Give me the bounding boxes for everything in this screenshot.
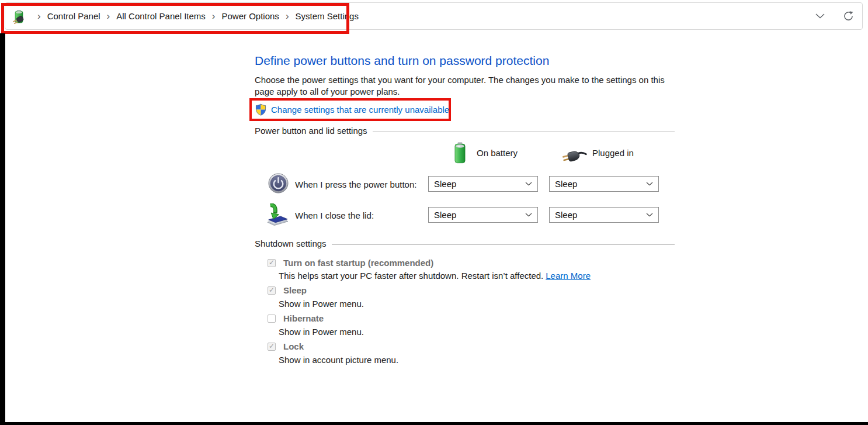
plug-icon — [561, 146, 588, 167]
dropdown-value: Sleep — [555, 210, 577, 220]
refresh-icon[interactable] — [842, 11, 854, 22]
section-power-button-lid: Power button and lid settings — [255, 126, 675, 136]
section-rule — [332, 244, 675, 245]
option-label: Lock — [283, 341, 304, 351]
section-heading: Shutdown settings — [255, 239, 327, 248]
section-heading: Power button and lid settings — [255, 126, 367, 136]
option-label: Sleep — [283, 285, 307, 295]
breadcrumb-item-all-control-panel-items[interactable]: All Control Panel Items — [116, 11, 206, 21]
checkbox-sleep[interactable]: ✓ — [268, 286, 276, 295]
chevron-down-icon — [525, 213, 532, 217]
intro-text-line2: page apply to all of your power plans. — [255, 87, 400, 96]
battery-icon — [454, 142, 466, 166]
change-settings-row: Change settings that are currently unava… — [255, 103, 449, 116]
breadcrumb-separator: › — [206, 11, 222, 21]
option-hibernate: Hibernate — [268, 313, 324, 323]
option-fast-startup: ✓ Turn on fast startup (recommended) — [268, 258, 433, 268]
dropdown-value: Sleep — [434, 210, 456, 220]
option-description: Show in Power menu. — [279, 299, 364, 309]
option-label: Hibernate — [283, 313, 324, 323]
option-lock: ✓ Lock — [268, 341, 304, 351]
dropdown-power-button-on-battery[interactable]: Sleep — [428, 176, 538, 192]
row-label-close-lid: When I close the lid: — [295, 210, 374, 220]
breadcrumb-separator: › — [100, 11, 117, 21]
screen-edge-bottom — [0, 422, 868, 425]
row-label-power-button: When I press the power button: — [295, 179, 416, 189]
dropdown-close-lid-plugged-in[interactable]: Sleep — [549, 207, 659, 223]
column-header-on-battery: On battery — [477, 148, 518, 158]
intro-text-line1: Choose the power settings that you want … — [255, 75, 665, 85]
breadcrumb-separator: › — [31, 11, 47, 21]
breadcrumb: › Control Panel › All Control Panel Item… — [5, 9, 359, 24]
learn-more-link[interactable]: Learn More — [546, 271, 591, 281]
option-sleep: ✓ Sleep — [268, 285, 307, 295]
breadcrumb-item-power-options[interactable]: Power Options — [221, 11, 279, 21]
dropdown-power-button-plugged-in[interactable]: Sleep — [549, 176, 659, 192]
screen-edge-left — [0, 33, 5, 425]
checkbox-lock[interactable]: ✓ — [268, 343, 276, 351]
breadcrumb-item-control-panel[interactable]: Control Panel — [47, 11, 100, 21]
power-options-icon — [12, 9, 27, 24]
chevron-down-icon[interactable] — [814, 11, 826, 22]
breadcrumb-separator: › — [279, 11, 296, 21]
dropdown-value: Sleep — [555, 179, 577, 189]
change-settings-link[interactable]: Change settings that are currently unava… — [271, 105, 449, 115]
checkbox-hibernate[interactable] — [268, 315, 276, 323]
section-shutdown-settings: Shutdown settings — [255, 239, 675, 248]
section-rule — [373, 132, 675, 132]
checkbox-fast-startup[interactable]: ✓ — [268, 259, 276, 267]
page-title: Define power buttons and turn on passwor… — [255, 54, 549, 68]
option-description: Show in Power menu. — [279, 327, 364, 337]
option-description: Show in account picture menu. — [279, 355, 398, 365]
address-bar: › Control Panel › All Control Panel Item… — [5, 2, 863, 30]
chevron-down-icon — [525, 182, 532, 186]
option-description: This helps start your PC faster after sh… — [279, 271, 591, 281]
breadcrumb-item-system-settings[interactable]: System Settings — [296, 11, 359, 21]
dropdown-close-lid-on-battery[interactable]: Sleep — [428, 207, 538, 223]
column-header-plugged-in: Plugged in — [592, 148, 634, 158]
lid-close-icon — [263, 203, 290, 230]
chevron-down-icon — [646, 182, 653, 186]
system-settings-window: › Control Panel › All Control Panel Item… — [0, 0, 868, 425]
dropdown-value: Sleep — [434, 179, 456, 189]
chevron-down-icon — [646, 213, 653, 217]
option-label: Turn on fast startup (recommended) — [283, 258, 433, 268]
uac-shield-icon — [255, 103, 266, 116]
power-button-icon — [268, 173, 289, 196]
